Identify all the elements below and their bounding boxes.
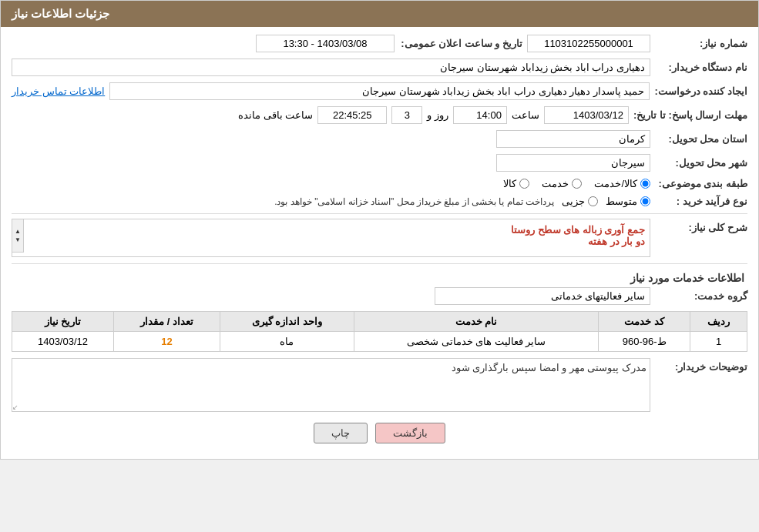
buyer-notes-section: توضیحات خریدار: مدرک پیوستی مهر و امضا س… bbox=[12, 358, 747, 412]
city-label: شهر محل تحویل: bbox=[655, 157, 747, 169]
services-table-section: ردیف کد خدمت نام خدمت واحد اندازه گیری ت… bbox=[12, 311, 747, 352]
category-option-service: خدمت bbox=[542, 178, 582, 189]
purchase-option-medium: متوسط bbox=[606, 196, 650, 207]
purchase-option-partial: جزیی bbox=[562, 196, 598, 207]
col-date: تاریخ نیاز bbox=[12, 312, 114, 332]
services-table: ردیف کد خدمت نام خدمت واحد اندازه گیری ت… bbox=[12, 311, 747, 352]
reply-time-value: 14:00 bbox=[453, 106, 507, 124]
cell-unit: ماه bbox=[220, 332, 354, 352]
province-value: کرمان bbox=[496, 130, 650, 148]
table-row: 1 ط-96-960 سایر فعالیت های خدماتی شخصی م… bbox=[12, 332, 747, 352]
note-resize-icon: ↙ bbox=[12, 403, 18, 411]
reply-deadline-label: مهلت ارسال پاسخ: تا تاریخ: bbox=[633, 109, 747, 121]
description-scrollbar[interactable]: ▲ ▼ bbox=[12, 219, 24, 253]
reply-days-value: 3 bbox=[391, 106, 422, 124]
purchase-note: پرداخت تمام یا بخشی از مبلغ خریداز محل "… bbox=[274, 196, 554, 207]
col-code: کد خدمت bbox=[599, 312, 690, 332]
purchase-radio-partial[interactable] bbox=[588, 196, 598, 206]
city-value: سیرجان bbox=[496, 154, 650, 172]
cell-row: 1 bbox=[690, 332, 747, 352]
creator-value: حمید پاسدار دهیار دهیاری دراب اباد بخش ز… bbox=[109, 82, 650, 100]
purchase-label-partial: جزیی bbox=[562, 196, 585, 207]
cell-code: ط-96-960 bbox=[599, 332, 690, 352]
contact-info-link[interactable]: اطلاعات تماس خریدار bbox=[12, 85, 105, 97]
province-label: استان محل تحویل: bbox=[655, 133, 747, 145]
reply-time-label: ساعت bbox=[512, 109, 539, 121]
reply-remaining-value: 22:45:25 bbox=[317, 106, 387, 124]
col-name: نام خدمت bbox=[354, 312, 598, 332]
buyer-notes-box: مدرک پیوستی مهر و امضا سپس بارگذاری شود … bbox=[12, 358, 650, 412]
service-group-value: سایر فعالیتهای خدماتی bbox=[435, 287, 650, 305]
general-need-text: جمع آوری زباله های سطح روستادو بار در هف… bbox=[511, 224, 645, 247]
need-number-label: شماره نیاز: bbox=[655, 38, 747, 49]
cell-date: 1403/03/12 bbox=[12, 332, 114, 352]
buyer-org-value: دهیاری دراب اباد بخش زیداباد شهرستان سیر… bbox=[12, 59, 650, 76]
button-row: بازگشت چاپ bbox=[12, 423, 747, 443]
announcement-date-label: تاریخ و ساعت اعلان عمومی: bbox=[399, 38, 522, 49]
category-radio-goods-services[interactable] bbox=[640, 179, 650, 189]
category-radio-goods[interactable] bbox=[519, 179, 529, 189]
category-option-goods: کالا bbox=[503, 178, 529, 189]
need-number-value: 1103102255000001 bbox=[527, 35, 650, 52]
cell-name: سایر فعالیت های خدماتی شخصی bbox=[354, 332, 598, 352]
cell-qty: 12 bbox=[113, 332, 220, 352]
buyer-notes-text: مدرک پیوستی مهر و امضا سپس بارگذاری شود bbox=[452, 362, 646, 373]
purchase-type-row: متوسط جزیی پرداخت تمام یا بخشی از مبلغ خ… bbox=[12, 196, 650, 207]
services-section-title: اطلاعات خدمات مورد نیاز bbox=[12, 272, 747, 284]
page-title: جزئیات اطلاعات نیاز bbox=[12, 7, 109, 20]
announcement-date-value: 1403/03/08 - 13:30 bbox=[256, 35, 395, 52]
reply-remaining-label: ساعت باقی مانده bbox=[238, 109, 313, 121]
col-unit: واحد اندازه گیری bbox=[220, 312, 354, 332]
category-label-goods-services: کالا/خدمت bbox=[594, 178, 637, 189]
category-radio-group: کالا/خدمت خدمت کالا bbox=[503, 178, 650, 189]
creator-label: ایجاد کننده درخواست: bbox=[654, 85, 747, 97]
category-label-goods: کالا bbox=[503, 178, 516, 189]
reply-date-value: 1403/03/12 bbox=[544, 106, 629, 124]
buyer-notes-label: توضیحات خریدار: bbox=[655, 361, 747, 373]
service-group-label: گروه خدمت: bbox=[655, 290, 747, 302]
buyer-org-label: نام دستگاه خریدار: bbox=[655, 62, 747, 73]
col-qty: تعداد / مقدار bbox=[113, 312, 220, 332]
purchase-label-medium: متوسط bbox=[606, 196, 637, 207]
purchase-radio-medium[interactable] bbox=[640, 196, 650, 206]
category-radio-service[interactable] bbox=[572, 179, 582, 189]
reply-days-label: روز و bbox=[427, 109, 448, 121]
category-label: طبقه بندی موضوعی: bbox=[655, 178, 747, 189]
general-need-label: شرح کلی نیاز: bbox=[655, 222, 747, 233]
category-label-service: خدمت bbox=[542, 178, 569, 189]
col-row: ردیف bbox=[690, 312, 747, 332]
back-button[interactable]: بازگشت bbox=[375, 423, 445, 443]
print-button[interactable]: چاپ bbox=[314, 423, 368, 443]
page-header: جزئیات اطلاعات نیاز bbox=[1, 1, 758, 27]
purchase-type-label: نوع فرآیند خرید : bbox=[655, 196, 747, 207]
general-need-value: جمع آوری زباله های سطح روستادو بار در هف… bbox=[12, 219, 650, 257]
category-option-goods-services: کالا/خدمت bbox=[594, 178, 650, 189]
